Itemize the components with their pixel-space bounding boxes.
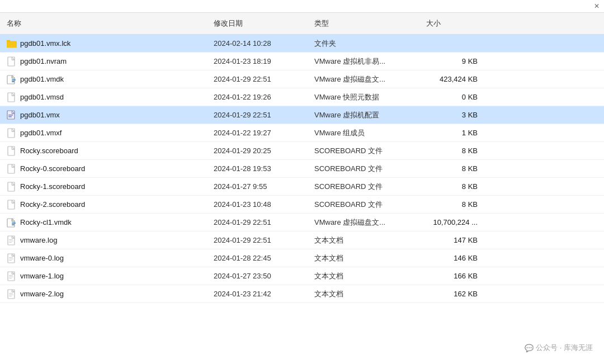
- table-row[interactable]: pgdb01.vmsd 2024-01-22 19:26 VMware 快照元数…: [0, 88, 604, 106]
- file-size: 10,700,224 ...: [433, 218, 478, 226]
- file-name-cell: Rocky-2.scoreboard: [0, 197, 207, 212]
- file-size-cell: 8 KB: [419, 179, 487, 193]
- file-name: pgdb01.vmdk: [20, 75, 64, 83]
- file-size-cell: 423,424 KB: [419, 72, 487, 86]
- file-type-cell: VMware 虚拟磁盘文...: [308, 215, 419, 230]
- table-header: 名称 修改日期 类型 大小: [0, 13, 604, 35]
- svg-rect-23: [9, 239, 13, 240]
- table-row[interactable]: vmware-2.log 2024-01-23 21:42 文本文档 162 K…: [0, 285, 604, 303]
- svg-rect-28: [9, 258, 13, 259]
- file-date: 2024-01-29 22:51: [214, 236, 271, 244]
- file-name-cell: pgdb01.vmx: [0, 107, 207, 123]
- file-type: 文本文档: [314, 253, 343, 263]
- svg-rect-35: [9, 293, 13, 294]
- table-row[interactable]: Rocky-cl1.vmdk 2024-01-29 22:51 VMware 虚…: [0, 214, 604, 231]
- file-name-cell: Rocky-1.scoreboard: [0, 179, 207, 195]
- file-type-cell: SCOREBOARD 文件: [308, 161, 419, 177]
- table-row[interactable]: pgdb01.vmdk 2024-01-29 22:51 VMware 虚拟磁盘…: [0, 70, 604, 88]
- table-row[interactable]: pgdb01.vmx.lck 2024-02-14 10:28 文件夹: [0, 35, 604, 53]
- file-size-cell: 146 KB: [419, 251, 487, 265]
- file-name-cell: vmware-1.log: [0, 268, 207, 284]
- svg-rect-16: [8, 182, 15, 191]
- column-name[interactable]: 名称: [0, 16, 207, 31]
- table-row[interactable]: vmware-1.log 2024-01-27 23:50 文本文档 166 K…: [0, 267, 604, 285]
- close-button[interactable]: ✕: [594, 2, 600, 10]
- table-row[interactable]: Rocky-1.scoreboard 2024-01-27 9:55 SCORE…: [0, 178, 604, 196]
- watermark: 💬 公众号 · 库海无涯: [525, 343, 593, 353]
- file-type-cell: VMware 虚拟磁盘文...: [308, 72, 419, 87]
- file-icon-file-generic: [7, 92, 17, 102]
- file-type: 文件夹: [314, 39, 336, 49]
- file-name: Rocky-0.scoreboard: [20, 164, 85, 173]
- svg-rect-33: [9, 278, 12, 278]
- file-name-cell: Rocky-0.scoreboard: [0, 161, 207, 177]
- table-row[interactable]: Rocky.scoreboard 2024-01-29 20:25 SCOREB…: [0, 142, 604, 160]
- file-explorer: ✕ 名称 修改日期 类型 大小 pgdb01.vmx.lck 2024-02-1…: [0, 0, 604, 303]
- file-size-cell: 10,700,224 ...: [419, 215, 487, 229]
- table-row[interactable]: Rocky-0.scoreboard 2024-01-28 19:53 SCOR…: [0, 160, 604, 178]
- file-type-cell: VMware 快照元数据: [308, 89, 419, 105]
- svg-rect-12: [8, 116, 12, 117]
- file-list: pgdb01.vmx.lck 2024-02-14 10:28 文件夹 pgdb…: [0, 35, 604, 303]
- file-date: 2024-01-22 19:26: [214, 93, 271, 101]
- file-size: 0 KB: [462, 93, 478, 101]
- file-size-cell: [419, 41, 487, 46]
- file-icon-file-generic: [7, 200, 17, 210]
- file-type-cell: 文件夹: [308, 36, 419, 51]
- svg-rect-3: [7, 41, 17, 48]
- table-row[interactable]: pgdb01.nvram 2024-01-23 18:19 VMware 虚拟机…: [0, 53, 604, 70]
- file-name-cell: pgdb01.vmsd: [0, 89, 207, 105]
- file-date: 2024-01-27 23:50: [214, 272, 271, 280]
- file-type: SCOREBOARD 文件: [314, 164, 383, 174]
- svg-rect-9: [8, 93, 15, 102]
- svg-rect-37: [9, 296, 12, 296]
- file-date: 2024-01-23 21:42: [214, 290, 271, 298]
- file-type: SCOREBOARD 文件: [314, 200, 383, 210]
- file-icon-vmx: [7, 110, 17, 120]
- file-date-cell: 2024-01-27 23:50: [207, 269, 308, 283]
- table-row[interactable]: vmware-0.log 2024-01-28 22:45 文本文档 146 K…: [0, 249, 604, 267]
- svg-rect-21: [12, 224, 15, 225]
- file-size: 8 KB: [462, 146, 478, 155]
- file-type-cell: VMware 虚拟机配置: [308, 107, 419, 123]
- file-date-cell: 2024-01-29 22:51: [207, 215, 308, 229]
- svg-rect-29: [9, 260, 12, 261]
- file-size: 147 KB: [454, 236, 478, 244]
- file-type-cell: SCOREBOARD 文件: [308, 143, 419, 159]
- file-size-cell: 9 KB: [419, 54, 487, 68]
- svg-rect-11: [8, 115, 13, 116]
- file-name: Rocky-2.scoreboard: [20, 200, 85, 209]
- file-name-cell: Rocky-cl1.vmdk: [0, 215, 207, 230]
- column-date[interactable]: 修改日期: [207, 16, 308, 31]
- column-size[interactable]: 大小: [419, 16, 487, 31]
- file-type: 文本文档: [314, 271, 343, 281]
- file-type: VMware 虚拟磁盘文...: [314, 74, 385, 84]
- table-row[interactable]: vmware.log 2024-01-29 22:51 文本文档 147 KB: [0, 231, 604, 249]
- file-type: VMware 虚拟磁盘文...: [314, 218, 385, 228]
- file-icon-log: [7, 253, 17, 263]
- file-type: VMware 快照元数据: [314, 92, 379, 102]
- file-type: SCOREBOARD 文件: [314, 182, 383, 192]
- file-name: vmware-0.log: [20, 254, 64, 262]
- file-size-cell: 166 KB: [419, 269, 487, 283]
- file-name-cell: vmware-0.log: [0, 250, 207, 266]
- file-date-cell: 2024-01-23 10:48: [207, 197, 308, 211]
- window-top-bar: ✕: [0, 0, 604, 13]
- file-size: 1 KB: [462, 129, 478, 137]
- table-row[interactable]: Rocky-2.scoreboard 2024-01-23 10:48 SCOR…: [0, 196, 604, 214]
- watermark-text: 公众号 · 库海无涯: [536, 343, 593, 353]
- file-name: pgdb01.nvram: [20, 57, 67, 65]
- file-icon-file-generic: [7, 56, 17, 67]
- column-type[interactable]: 类型: [308, 16, 419, 31]
- file-date: 2024-01-29 22:51: [214, 111, 271, 119]
- table-row[interactable]: pgdb01.vmx 2024-01-29 22:51 VMware 虚拟机配置…: [0, 106, 604, 124]
- file-date: 2024-01-28 19:53: [214, 164, 271, 173]
- file-size: 423,424 KB: [440, 75, 478, 83]
- file-name-cell: pgdb01.vmdk: [0, 72, 207, 87]
- file-size: 9 KB: [462, 57, 478, 65]
- file-type: 文本文档: [314, 289, 343, 299]
- file-icon-folder: [7, 39, 17, 49]
- table-row[interactable]: pgdb01.vmxf 2024-01-22 19:27 VMware 组成员 …: [0, 124, 604, 142]
- file-size: 8 KB: [462, 182, 478, 191]
- svg-rect-17: [8, 200, 15, 209]
